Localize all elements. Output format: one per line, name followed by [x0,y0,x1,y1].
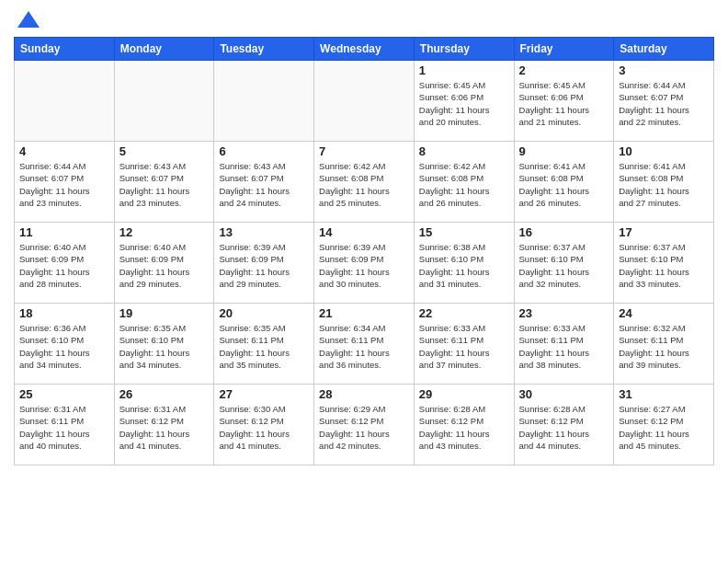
day-info: Sunrise: 6:39 AM Sunset: 6:09 PM Dayligh… [219,241,309,290]
calendar-header-sunday: Sunday [15,38,115,61]
calendar-cell: 3Sunrise: 6:44 AM Sunset: 6:07 PM Daylig… [614,61,714,142]
day-number: 30 [519,387,609,401]
calendar-week-0: 1Sunrise: 6:45 AM Sunset: 6:06 PM Daylig… [15,61,714,142]
calendar-cell: 17Sunrise: 6:37 AM Sunset: 6:10 PM Dayli… [614,223,714,304]
header [14,9,714,29]
day-info: Sunrise: 6:33 AM Sunset: 6:11 PM Dayligh… [519,322,609,371]
calendar-cell: 9Sunrise: 6:41 AM Sunset: 6:08 PM Daylig… [514,142,614,223]
day-info: Sunrise: 6:35 AM Sunset: 6:10 PM Dayligh… [119,322,210,371]
day-info: Sunrise: 6:33 AM Sunset: 6:11 PM Dayligh… [419,322,509,371]
day-info: Sunrise: 6:45 AM Sunset: 6:06 PM Dayligh… [419,79,509,128]
calendar-cell: 2Sunrise: 6:45 AM Sunset: 6:06 PM Daylig… [514,61,614,142]
day-number: 12 [119,225,210,239]
calendar-cell: 14Sunrise: 6:39 AM Sunset: 6:09 PM Dayli… [314,223,415,304]
calendar-header-row: SundayMondayTuesdayWednesdayThursdayFrid… [15,38,714,61]
logo-icon [16,9,41,29]
day-number: 2 [519,63,609,77]
calendar-cell [114,61,214,142]
calendar-cell: 23Sunrise: 6:33 AM Sunset: 6:11 PM Dayli… [514,304,614,385]
calendar-cell: 13Sunrise: 6:39 AM Sunset: 6:09 PM Dayli… [214,223,314,304]
day-info: Sunrise: 6:43 AM Sunset: 6:07 PM Dayligh… [119,160,210,209]
calendar-cell: 27Sunrise: 6:30 AM Sunset: 6:12 PM Dayli… [214,385,314,465]
day-info: Sunrise: 6:36 AM Sunset: 6:10 PM Dayligh… [19,322,109,371]
day-info: Sunrise: 6:42 AM Sunset: 6:08 PM Dayligh… [419,160,509,209]
day-number: 3 [619,63,709,77]
day-info: Sunrise: 6:37 AM Sunset: 6:10 PM Dayligh… [619,241,709,290]
day-info: Sunrise: 6:27 AM Sunset: 6:12 PM Dayligh… [619,403,709,452]
calendar-header-thursday: Thursday [414,38,514,61]
calendar-cell: 30Sunrise: 6:28 AM Sunset: 6:12 PM Dayli… [514,385,614,465]
day-info: Sunrise: 6:39 AM Sunset: 6:09 PM Dayligh… [319,241,409,290]
day-number: 11 [19,225,109,239]
day-info: Sunrise: 6:41 AM Sunset: 6:08 PM Dayligh… [519,160,609,209]
calendar-cell: 7Sunrise: 6:42 AM Sunset: 6:08 PM Daylig… [314,142,415,223]
calendar-cell: 19Sunrise: 6:35 AM Sunset: 6:10 PM Dayli… [114,304,214,385]
day-info: Sunrise: 6:44 AM Sunset: 6:07 PM Dayligh… [19,160,109,209]
day-info: Sunrise: 6:37 AM Sunset: 6:10 PM Dayligh… [519,241,609,290]
calendar-cell: 18Sunrise: 6:36 AM Sunset: 6:10 PM Dayli… [15,304,115,385]
calendar-cell [314,61,415,142]
day-info: Sunrise: 6:42 AM Sunset: 6:08 PM Dayligh… [319,160,409,209]
day-number: 16 [519,225,609,239]
day-number: 10 [619,144,709,158]
calendar-cell: 5Sunrise: 6:43 AM Sunset: 6:07 PM Daylig… [114,142,214,223]
calendar-cell: 12Sunrise: 6:40 AM Sunset: 6:09 PM Dayli… [114,223,214,304]
calendar-cell: 26Sunrise: 6:31 AM Sunset: 6:12 PM Dayli… [114,385,214,465]
day-info: Sunrise: 6:34 AM Sunset: 6:11 PM Dayligh… [319,322,409,371]
calendar-cell: 28Sunrise: 6:29 AM Sunset: 6:12 PM Dayli… [314,385,415,465]
calendar-week-4: 25Sunrise: 6:31 AM Sunset: 6:11 PM Dayli… [15,385,714,465]
day-number: 18 [19,306,109,320]
day-number: 15 [419,225,509,239]
calendar-header-tuesday: Tuesday [214,38,314,61]
day-number: 9 [519,144,609,158]
svg-marker-0 [17,11,40,28]
calendar-cell: 24Sunrise: 6:32 AM Sunset: 6:11 PM Dayli… [614,304,714,385]
calendar-week-2: 11Sunrise: 6:40 AM Sunset: 6:09 PM Dayli… [15,223,714,304]
day-number: 14 [319,225,409,239]
day-info: Sunrise: 6:32 AM Sunset: 6:11 PM Dayligh… [619,322,709,371]
day-info: Sunrise: 6:35 AM Sunset: 6:11 PM Dayligh… [219,322,309,371]
calendar-header-monday: Monday [114,38,214,61]
calendar-cell: 6Sunrise: 6:43 AM Sunset: 6:07 PM Daylig… [214,142,314,223]
calendar-header-wednesday: Wednesday [314,38,415,61]
day-number: 6 [219,144,309,158]
day-info: Sunrise: 6:31 AM Sunset: 6:12 PM Dayligh… [119,403,210,452]
calendar-cell: 31Sunrise: 6:27 AM Sunset: 6:12 PM Dayli… [614,385,714,465]
calendar-cell: 21Sunrise: 6:34 AM Sunset: 6:11 PM Dayli… [314,304,415,385]
page: SundayMondayTuesdayWednesdayThursdayFrid… [0,0,728,563]
logo [14,9,41,29]
day-info: Sunrise: 6:40 AM Sunset: 6:09 PM Dayligh… [19,241,109,290]
day-info: Sunrise: 6:29 AM Sunset: 6:12 PM Dayligh… [319,403,409,452]
calendar-header-friday: Friday [514,38,614,61]
day-number: 21 [319,306,409,320]
calendar-cell [15,61,115,142]
day-number: 23 [519,306,609,320]
day-info: Sunrise: 6:41 AM Sunset: 6:08 PM Dayligh… [619,160,709,209]
day-number: 4 [19,144,109,158]
calendar-cell: 25Sunrise: 6:31 AM Sunset: 6:11 PM Dayli… [15,385,115,465]
calendar-cell: 8Sunrise: 6:42 AM Sunset: 6:08 PM Daylig… [414,142,514,223]
calendar-cell: 29Sunrise: 6:28 AM Sunset: 6:12 PM Dayli… [414,385,514,465]
day-info: Sunrise: 6:28 AM Sunset: 6:12 PM Dayligh… [519,403,609,452]
day-number: 20 [219,306,309,320]
day-info: Sunrise: 6:30 AM Sunset: 6:12 PM Dayligh… [219,403,309,452]
day-number: 25 [19,387,109,401]
day-info: Sunrise: 6:44 AM Sunset: 6:07 PM Dayligh… [619,79,709,128]
day-info: Sunrise: 6:38 AM Sunset: 6:10 PM Dayligh… [419,241,509,290]
day-number: 17 [619,225,709,239]
calendar-cell: 1Sunrise: 6:45 AM Sunset: 6:06 PM Daylig… [414,61,514,142]
day-number: 29 [419,387,509,401]
calendar-cell: 16Sunrise: 6:37 AM Sunset: 6:10 PM Dayli… [514,223,614,304]
day-info: Sunrise: 6:31 AM Sunset: 6:11 PM Dayligh… [19,403,109,452]
day-info: Sunrise: 6:28 AM Sunset: 6:12 PM Dayligh… [419,403,509,452]
calendar-week-3: 18Sunrise: 6:36 AM Sunset: 6:10 PM Dayli… [15,304,714,385]
calendar-cell: 15Sunrise: 6:38 AM Sunset: 6:10 PM Dayli… [414,223,514,304]
day-number: 19 [119,306,210,320]
calendar-cell: 10Sunrise: 6:41 AM Sunset: 6:08 PM Dayli… [614,142,714,223]
day-info: Sunrise: 6:45 AM Sunset: 6:06 PM Dayligh… [519,79,609,128]
day-number: 7 [319,144,409,158]
calendar-week-1: 4Sunrise: 6:44 AM Sunset: 6:07 PM Daylig… [15,142,714,223]
calendar-cell: 4Sunrise: 6:44 AM Sunset: 6:07 PM Daylig… [15,142,115,223]
day-number: 28 [319,387,409,401]
day-number: 13 [219,225,309,239]
